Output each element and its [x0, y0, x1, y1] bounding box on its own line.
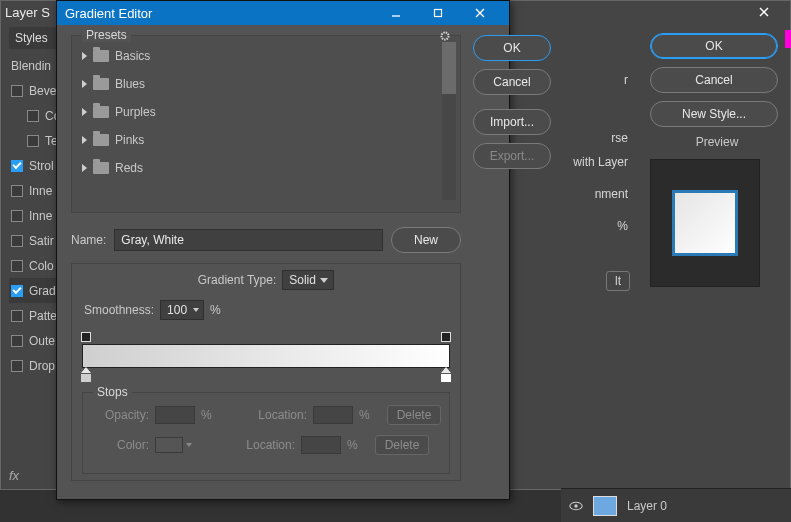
opacity-location-field — [313, 406, 353, 424]
preview-label: Preview — [696, 135, 739, 149]
text-fragment: % — [617, 219, 628, 233]
preset-folder-row[interactable]: Basics — [76, 42, 456, 70]
preset-folder-row[interactable]: Pinks — [76, 126, 456, 154]
chevron-right-icon[interactable] — [82, 164, 87, 172]
effect-label: Drop — [29, 359, 55, 373]
chevron-right-icon[interactable] — [82, 80, 87, 88]
cancel-button[interactable]: Cancel — [650, 67, 778, 93]
chevron-right-icon[interactable] — [82, 108, 87, 116]
ok-button[interactable]: OK — [650, 33, 778, 59]
effect-checkbox[interactable] — [27, 135, 39, 147]
presets-label: Presets — [82, 28, 131, 42]
folder-icon — [93, 162, 109, 174]
effect-label: Oute — [29, 334, 55, 348]
close-icon[interactable] — [459, 1, 501, 25]
preview-swatch — [672, 190, 738, 256]
chevron-right-icon[interactable] — [82, 52, 87, 60]
gradient-editor-dialog: Gradient Editor Presets BasicsBluesPurpl… — [56, 0, 510, 500]
preset-folder-row[interactable]: Reds — [76, 154, 456, 182]
color-label: Color: — [91, 438, 149, 452]
effect-checkbox[interactable] — [11, 260, 23, 272]
opacity-stop-left[interactable] — [81, 332, 91, 342]
color-swatch — [155, 437, 183, 453]
layer-thumbnail[interactable] — [593, 496, 617, 516]
gradient-editor-title: Gradient Editor — [65, 6, 152, 21]
svg-point-4 — [444, 35, 446, 37]
scrollbar-thumb[interactable] — [442, 42, 456, 94]
effect-checkbox[interactable] — [11, 85, 23, 97]
new-style-button[interactable]: New Style... — [650, 101, 778, 127]
effect-checkbox[interactable] — [11, 185, 23, 197]
new-gradient-button[interactable]: New — [391, 227, 461, 253]
effect-label: Satir — [29, 234, 54, 248]
maximize-icon[interactable] — [417, 1, 459, 25]
smoothness-label: Smoothness: — [84, 303, 154, 317]
folder-icon — [93, 78, 109, 90]
opacity-field — [155, 406, 195, 424]
layer-name[interactable]: Layer 0 — [627, 499, 667, 513]
layers-panel-row[interactable]: Layer 0 — [561, 488, 791, 522]
text-fragment: r — [624, 73, 628, 87]
opacity-stop-right[interactable] — [441, 332, 451, 342]
delete-opacity-stop-button: Delete — [387, 405, 441, 425]
delete-color-stop-button: Delete — [375, 435, 429, 455]
preset-folder-label: Blues — [115, 77, 145, 91]
stops-group: Stops Opacity: % Location: % Delete Colo… — [82, 392, 450, 474]
layer-style-right-panel: OK Cancel New Style... Preview — [638, 23, 790, 489]
import-button[interactable]: Import... — [473, 109, 551, 135]
location-label: Location: — [239, 438, 295, 452]
gradient-settings-group: Gradient Type: Solid Smoothness: 100 % S… — [71, 263, 461, 481]
effect-checkbox[interactable] — [11, 160, 23, 172]
effect-label: Beve — [29, 84, 56, 98]
effect-label: Strol — [29, 159, 54, 173]
effect-label: Inne — [29, 184, 52, 198]
ok-button[interactable]: OK — [473, 35, 551, 61]
gradient-editor-titlebar[interactable]: Gradient Editor — [57, 1, 509, 25]
preset-folder-label: Purples — [115, 105, 156, 119]
cancel-button[interactable]: Cancel — [473, 69, 551, 95]
effect-label: Patte — [29, 309, 57, 323]
gradient-type-select[interactable]: Solid — [282, 270, 334, 290]
preset-folder-label: Basics — [115, 49, 150, 63]
name-label: Name: — [71, 233, 106, 247]
close-icon[interactable] — [742, 1, 786, 23]
percent-label: % — [210, 303, 221, 317]
chevron-right-icon[interactable] — [82, 136, 87, 144]
folder-icon — [93, 106, 109, 118]
preset-folder-label: Pinks — [115, 133, 144, 147]
effect-checkbox[interactable] — [11, 310, 23, 322]
gradient-name-input[interactable] — [114, 229, 383, 251]
preset-folder-row[interactable]: Purples — [76, 98, 456, 126]
text-fragment: rse — [611, 131, 628, 145]
effect-checkbox[interactable] — [11, 210, 23, 222]
location-label: Location: — [251, 408, 307, 422]
opacity-label: Opacity: — [91, 408, 149, 422]
effect-label: Inne — [29, 209, 52, 223]
preset-scrollbar[interactable] — [442, 42, 456, 200]
export-button: Export... — [473, 143, 551, 169]
minimize-icon[interactable] — [375, 1, 417, 25]
effect-checkbox[interactable] — [11, 360, 23, 372]
effect-label: Colo — [29, 259, 54, 273]
color-location-field — [301, 436, 341, 454]
svg-rect-2 — [435, 10, 442, 17]
smoothness-input[interactable]: 100 — [160, 300, 204, 320]
gradient-strip[interactable] — [82, 344, 450, 368]
effect-checkbox[interactable] — [27, 110, 39, 122]
preset-folder-row[interactable]: Blues — [76, 70, 456, 98]
gradient-type-label: Gradient Type: — [198, 273, 277, 287]
preview-box — [650, 159, 760, 287]
effect-checkbox[interactable] — [11, 335, 23, 347]
reset-fragment[interactable]: lt — [606, 271, 630, 291]
color-stop-left[interactable] — [80, 367, 92, 383]
color-stop-right[interactable] — [440, 367, 452, 383]
visibility-icon[interactable] — [569, 499, 583, 513]
effect-label: Grad — [29, 284, 56, 298]
effect-checkbox[interactable] — [11, 285, 23, 297]
folder-icon — [93, 50, 109, 62]
fx-footer[interactable]: fx — [9, 468, 26, 483]
layer-style-title: Layer S — [5, 5, 50, 20]
effect-checkbox[interactable] — [11, 235, 23, 247]
folder-icon — [93, 134, 109, 146]
svg-point-1 — [574, 504, 578, 508]
